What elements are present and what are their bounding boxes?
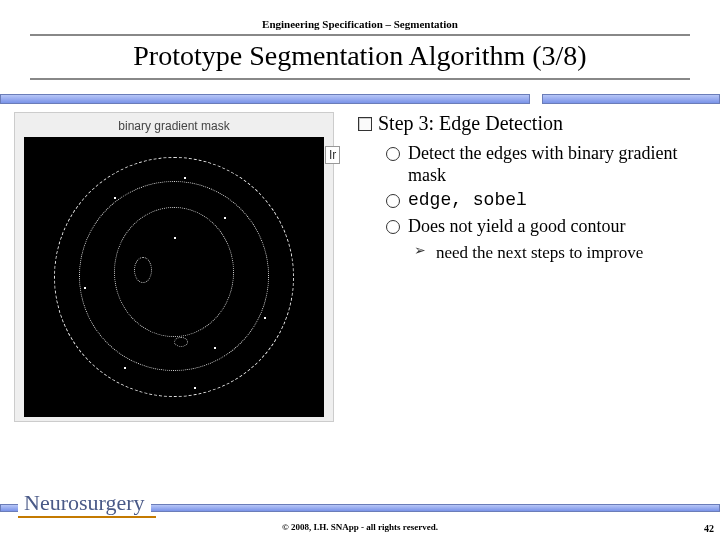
list-item: Detect the edges with binary gradient ma… [386, 143, 706, 186]
footer-logo-underline [18, 516, 156, 518]
sub-list-item: need the next steps to improve [414, 243, 706, 263]
step-heading-text: Step 3: Edge Detection [378, 112, 563, 134]
page-number: 42 [704, 523, 714, 534]
figure-box: binary gradient mask [14, 112, 334, 422]
breadcrumb: Engineering Specification – Segmentation [0, 18, 720, 30]
copyright-text: © 2008, I.H. SNApp - all rights reserved… [0, 522, 720, 532]
list-item: edge, sobel [386, 190, 706, 212]
page-title: Prototype Segmentation Algorithm (3/8) [30, 34, 690, 80]
figure-caption: binary gradient mask [19, 117, 329, 137]
checkbox-bullet-icon [358, 117, 372, 131]
content-area: binary gradient mask Step 3: Edge Det [0, 104, 720, 422]
figure-column: binary gradient mask [14, 112, 334, 422]
text-column: Step 3: Edge Detection Detect the edges … [334, 112, 706, 422]
list-item: Does not yield a good contour [386, 216, 706, 238]
figure-corner-label: Ir [325, 146, 340, 164]
divider-bar [0, 94, 720, 104]
slide-header: Engineering Specification – Segmentation… [0, 0, 720, 80]
footer-logo: Neurosurgery [18, 490, 151, 516]
figure-image [24, 137, 324, 417]
bullet-list: Detect the edges with binary gradient ma… [386, 143, 706, 264]
step-heading: Step 3: Edge Detection [358, 112, 706, 135]
